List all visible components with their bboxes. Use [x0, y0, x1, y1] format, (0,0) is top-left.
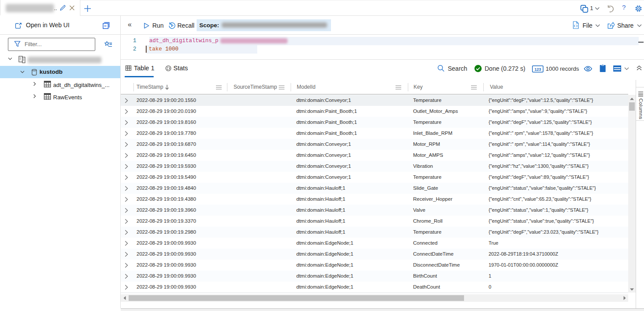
- svg-text:123: 123: [534, 67, 541, 72]
